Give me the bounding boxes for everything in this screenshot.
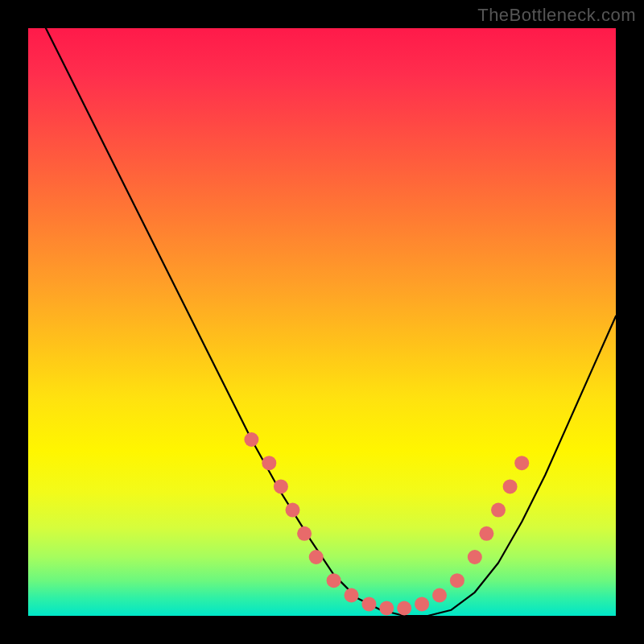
data-marker xyxy=(244,432,258,447)
data-marker xyxy=(327,573,341,588)
data-marker xyxy=(361,597,376,611)
data-marker xyxy=(491,503,506,518)
data-marker xyxy=(309,550,324,564)
chart-stage: TheBottleneck.com xyxy=(0,0,644,644)
data-marker xyxy=(286,503,300,518)
data-marker xyxy=(262,456,276,470)
data-marker xyxy=(450,573,464,588)
watermark-text: TheBottleneck.com xyxy=(477,5,636,26)
plot-area xyxy=(28,28,616,616)
data-marker xyxy=(468,550,482,564)
data-marker xyxy=(415,597,429,611)
data-marker xyxy=(503,479,518,493)
data-marker xyxy=(345,588,359,603)
bottleneck-curve xyxy=(46,28,616,616)
data-marker xyxy=(379,601,394,616)
data-marker xyxy=(297,526,312,541)
data-marker xyxy=(514,456,529,470)
data-marker xyxy=(397,601,411,616)
data-marker xyxy=(274,479,288,493)
markers-group xyxy=(244,432,529,616)
data-marker xyxy=(479,526,493,541)
chart-svg xyxy=(28,28,616,616)
data-marker xyxy=(432,588,447,603)
